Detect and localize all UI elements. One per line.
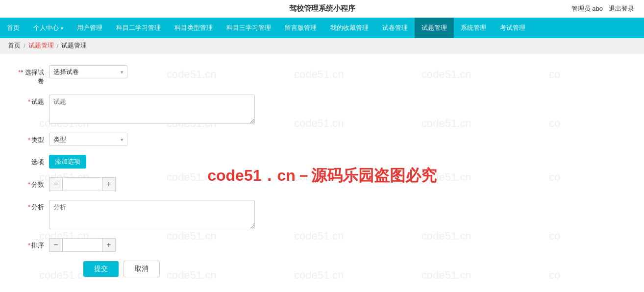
- submit-button[interactable]: 提交: [83, 261, 119, 277]
- logout-button[interactable]: 退出登录: [609, 4, 634, 13]
- top-bar: 驾校管理系统小程序 管理员 abo 退出登录: [0, 0, 644, 18]
- nav-item-exam[interactable]: 考试管理: [493, 18, 532, 38]
- select-type-wrapper: 类型 单选题 多选题 判断题 ▾: [49, 133, 127, 146]
- nav-item-subtype[interactable]: 科目类型管理: [168, 18, 220, 38]
- score-input[interactable]: [63, 177, 102, 191]
- form-row-score: *分数 − +: [15, 177, 629, 191]
- select-type-dropdown[interactable]: 类型 单选题 多选题 判断题: [49, 133, 127, 146]
- score-stepper: − +: [49, 177, 116, 191]
- type-label: *类型: [15, 133, 49, 145]
- breadcrumb-sep1: /: [24, 42, 25, 49]
- form-row-buttons: 提交 取消: [15, 261, 629, 277]
- order-decrement-button[interactable]: −: [49, 238, 63, 252]
- chevron-down-icon: ▾: [61, 25, 63, 31]
- form-row-options: 选项 添加选项: [15, 155, 629, 169]
- admin-label: 管理员 abo: [571, 4, 603, 13]
- form-row-select-paper: ** 选择试卷 选择试卷 ▾: [15, 65, 629, 86]
- question-textarea[interactable]: [49, 95, 255, 124]
- score-increment-button[interactable]: +: [102, 177, 116, 191]
- main-content: code51.cn code51.cn code51.cn code51.cn …: [0, 53, 644, 292]
- form-action-buttons: 提交 取消: [83, 261, 160, 277]
- select-paper-wrapper: 选择试卷 ▾: [49, 65, 127, 78]
- nav-item-paper[interactable]: 试卷管理: [375, 18, 415, 38]
- breadcrumb-sep2: /: [57, 42, 59, 49]
- form-row-order: *排序 − +: [15, 238, 629, 252]
- select-paper-dropdown[interactable]: 选择试卷: [49, 65, 127, 78]
- add-option-button[interactable]: 添加选项: [49, 155, 86, 169]
- nav-item-system[interactable]: 系统管理: [454, 18, 493, 38]
- order-stepper: − +: [49, 238, 116, 252]
- add-question-form: ** 选择试卷 选择试卷 ▾ *试题 *类型 类型: [15, 65, 629, 277]
- nav-item-home[interactable]: 首页: [0, 18, 26, 38]
- top-bar-right: 管理员 abo 退出登录: [571, 4, 634, 13]
- analysis-textarea[interactable]: [49, 200, 255, 229]
- form-row-analysis: *分析: [15, 200, 629, 229]
- nav-bar: 首页 个人中心 ▾ 用户管理 科目二学习管理 科目类型管理 科目三学习管理 留言…: [0, 18, 644, 38]
- form-row-type: *类型 类型 单选题 多选题 判断题 ▾: [15, 133, 629, 146]
- nav-item-user[interactable]: 用户管理: [70, 18, 109, 38]
- select-paper-label: ** 选择试卷: [15, 65, 49, 86]
- score-label: *分数: [15, 177, 49, 189]
- nav-item-message[interactable]: 留言版管理: [278, 18, 323, 38]
- score-decrement-button[interactable]: −: [49, 177, 63, 191]
- nav-item-subject3[interactable]: 科目三学习管理: [220, 18, 278, 38]
- app-title: 驾校管理系统小程序: [289, 4, 355, 13]
- analysis-label: *分析: [15, 200, 49, 212]
- nav-item-question[interactable]: 试题管理: [415, 18, 454, 38]
- breadcrumb-middle[interactable]: 试题管理: [28, 41, 54, 50]
- nav-item-profile[interactable]: 个人中心 ▾: [26, 18, 70, 38]
- form-row-question: *试题: [15, 95, 629, 124]
- order-input[interactable]: [63, 238, 102, 252]
- nav-item-favorites[interactable]: 我的收藏管理: [323, 18, 375, 38]
- breadcrumb-current: 试题管理: [61, 41, 87, 50]
- nav-item-subject2[interactable]: 科目二学习管理: [109, 18, 168, 38]
- question-label: *试题: [15, 95, 49, 106]
- breadcrumb: 首页 / 试题管理 / 试题管理: [0, 38, 644, 53]
- options-label: 选项: [15, 155, 49, 167]
- order-increment-button[interactable]: +: [102, 238, 116, 252]
- breadcrumb-home[interactable]: 首页: [8, 41, 21, 50]
- order-label: *排序: [15, 238, 49, 250]
- cancel-button[interactable]: 取消: [124, 261, 160, 277]
